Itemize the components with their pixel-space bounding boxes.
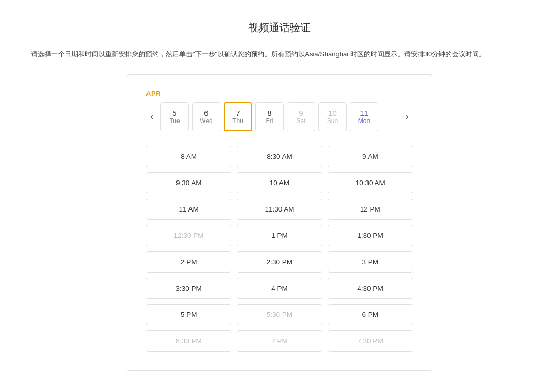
month-label: APR xyxy=(146,89,413,97)
time-slot[interactable]: 8 AM xyxy=(146,146,231,167)
day-number: 10 xyxy=(328,109,337,117)
time-slot[interactable]: 10 AM xyxy=(237,172,322,193)
time-slot[interactable]: 12 PM xyxy=(328,199,413,220)
time-slot[interactable]: 2:30 PM xyxy=(237,251,322,273)
time-slot[interactable]: 3 PM xyxy=(328,251,413,273)
time-slot[interactable]: 10:30 AM xyxy=(328,172,413,193)
day-cell[interactable]: 6Wed xyxy=(192,102,220,131)
time-slot[interactable]: 1 PM xyxy=(237,225,322,246)
time-slot[interactable]: 9 AM xyxy=(328,146,413,167)
time-slot: 7 PM xyxy=(237,330,322,352)
day-name: Sat xyxy=(296,117,305,125)
day-number: 8 xyxy=(267,109,271,117)
time-slot[interactable]: 3:30 PM xyxy=(146,278,231,299)
day-name: Tue xyxy=(169,117,180,125)
day-cell[interactable]: 5Tue xyxy=(160,102,189,131)
day-cell: 9Sat xyxy=(287,102,315,131)
day-cell[interactable]: 7Thu xyxy=(224,102,252,131)
calendar-card: APR ‹ 5Tue6Wed7Thu8Fri9Sat10Sun11Mon › 8… xyxy=(127,74,432,371)
time-slot[interactable]: 5 PM xyxy=(146,304,231,325)
day-name: Thu xyxy=(232,117,243,125)
page-container: 视频通话验证 请选择一个日期和时间以重新安排您的预约，然后单击"下一步"以确认您… xyxy=(0,0,559,391)
instruction-text: 请选择一个日期和时间以重新安排您的预约，然后单击"下一步"以确认您的预约。所有预… xyxy=(31,49,528,60)
time-slot: 12:30 PM xyxy=(146,225,231,246)
day-number: 7 xyxy=(236,109,240,117)
time-grid: 8 AM8:30 AM9 AM9:30 AM10 AM10:30 AM11 AM… xyxy=(146,146,413,352)
time-slot[interactable]: 9:30 AM xyxy=(146,172,231,193)
time-slot[interactable]: 8:30 AM xyxy=(237,146,322,167)
week-nav: ‹ 5Tue6Wed7Thu8Fri9Sat10Sun11Mon › xyxy=(146,102,413,131)
day-cell[interactable]: 8Fri xyxy=(255,102,284,131)
time-slot[interactable]: 4 PM xyxy=(237,278,322,299)
instruction-content: 请选择一个日期和时间以重新安排您的预约，然后单击"下一步"以确认您的预约。所有预… xyxy=(31,50,486,58)
page-title: 视频通话验证 xyxy=(31,21,528,35)
time-slot[interactable]: 4:30 PM xyxy=(328,278,413,299)
day-number: 9 xyxy=(299,109,303,117)
days-row: 5Tue6Wed7Thu8Fri9Sat10Sun11Mon xyxy=(160,102,399,131)
day-number: 6 xyxy=(204,109,208,117)
time-slot[interactable]: 2 PM xyxy=(146,251,231,273)
day-cell[interactable]: 11Mon xyxy=(350,102,378,131)
time-slot: 6:30 PM xyxy=(146,330,231,352)
next-week-button[interactable]: › xyxy=(402,109,413,124)
day-cell: 10Sun xyxy=(318,102,347,131)
time-slot: 5:30 PM xyxy=(237,304,322,325)
day-name: Sun xyxy=(327,117,338,125)
time-slot: 7:30 PM xyxy=(328,330,413,352)
day-number: 11 xyxy=(360,109,369,117)
day-name: Mon xyxy=(358,117,370,125)
day-name: Wed xyxy=(200,117,212,125)
time-slot[interactable]: 6 PM xyxy=(328,304,413,325)
time-slot[interactable]: 11:30 AM xyxy=(237,199,322,220)
day-number: 5 xyxy=(172,109,176,117)
time-slot[interactable]: 11 AM xyxy=(146,199,231,220)
prev-week-button[interactable]: ‹ xyxy=(146,109,157,124)
time-slot[interactable]: 1:30 PM xyxy=(328,225,413,246)
day-name: Fri xyxy=(266,117,273,125)
